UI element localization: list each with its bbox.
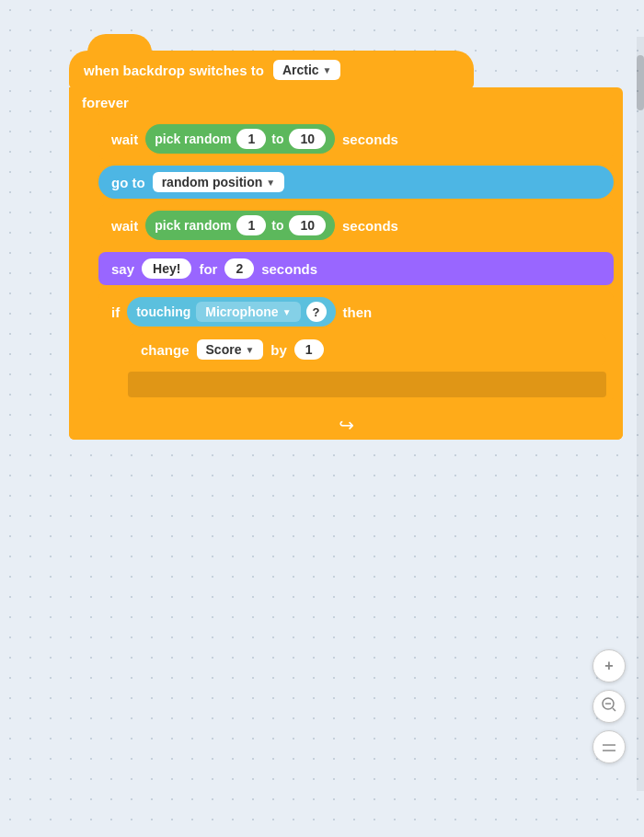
zoom-out-icon [601, 696, 617, 717]
backdrop-dropdown[interactable]: Arctic ▼ [273, 60, 341, 80]
say-duration[interactable]: 2 [224, 258, 254, 279]
seconds-label-1: seconds [342, 132, 398, 147]
empty-slot [128, 372, 606, 397]
random-to-2[interactable]: 10 [289, 215, 326, 235]
say-block: say Hey! for 2 seconds [98, 252, 614, 285]
pick-random-reporter-2[interactable]: pick random 1 to 10 [145, 211, 335, 240]
random-to-1[interactable]: 10 [289, 129, 326, 149]
chevron-down-icon-4: ▼ [245, 345, 254, 355]
variable-dropdown[interactable]: Score ▼ [197, 339, 264, 360]
say-value[interactable]: Hey! [142, 258, 191, 279]
change-label: change [141, 342, 190, 358]
loop-arrow-icon: ↩ [339, 414, 354, 436]
random-from-2[interactable]: 1 [236, 215, 266, 235]
zoom-reset-button[interactable] [592, 730, 626, 763]
hat-label: when backdrop switches to [84, 63, 264, 78]
for-label: for [199, 261, 217, 277]
forever-block: forever wait pick random 1 to 10 [69, 87, 623, 440]
zoom-reset-icon [601, 738, 617, 757]
hat-block[interactable]: when backdrop switches to Arctic ▼ [69, 51, 474, 89]
position-dropdown[interactable]: random position ▼ [153, 172, 285, 192]
change-amount[interactable]: 1 [294, 339, 324, 360]
wait-label-1: wait [111, 132, 138, 147]
touching-block[interactable]: touching Microphone ▼ ? [127, 297, 335, 327]
say-label: say [111, 261, 134, 277]
forever-inner: wait pick random 1 to 10 seconds [98, 118, 614, 410]
by-label: by [270, 342, 287, 358]
seconds-label-2: seconds [342, 218, 398, 234]
zoom-in-icon: + [604, 658, 613, 674]
if-header: if touching Microphone ▼ ? then [98, 291, 614, 333]
wait-label-2: wait [111, 218, 138, 234]
zoom-controls: + [592, 649, 626, 763]
if-block: if touching Microphone ▼ ? then [98, 291, 614, 403]
chevron-down-icon-3: ▼ [282, 307, 292, 317]
microphone-dropdown[interactable]: Microphone ▼ [196, 302, 300, 322]
pick-random-reporter-1[interactable]: pick random 1 to 10 [145, 124, 335, 154]
zoom-in-button[interactable]: + [592, 649, 626, 682]
forever-label: forever [69, 87, 142, 118]
block-stack: when backdrop switches to Arctic ▼ forev… [69, 51, 623, 440]
touching-label: touching [136, 304, 190, 319]
random-from-1[interactable]: 1 [236, 129, 266, 149]
say-seconds-label: seconds [261, 261, 317, 277]
goto-block: go to random position ▼ [98, 166, 614, 199]
chevron-down-icon-2: ▼ [266, 178, 275, 188]
zoom-out-button[interactable] [592, 690, 626, 723]
change-block: change Score ▼ by 1 [128, 333, 606, 366]
then-label: then [343, 304, 380, 320]
wait-block-2: wait pick random 1 to 10 seconds [98, 204, 614, 247]
question-mark: ? [306, 302, 327, 322]
scratch-workspace: when backdrop switches to Arctic ▼ forev… [69, 51, 623, 440]
forever-bottom-arc: ↩ [69, 410, 623, 440]
if-body: change Score ▼ by 1 [128, 333, 606, 403]
wait-block-1: wait pick random 1 to 10 seconds [98, 118, 614, 160]
if-label: if [111, 304, 120, 320]
chevron-down-icon: ▼ [323, 65, 332, 75]
svg-line-2 [613, 708, 615, 711]
goto-label: go to [111, 175, 145, 190]
